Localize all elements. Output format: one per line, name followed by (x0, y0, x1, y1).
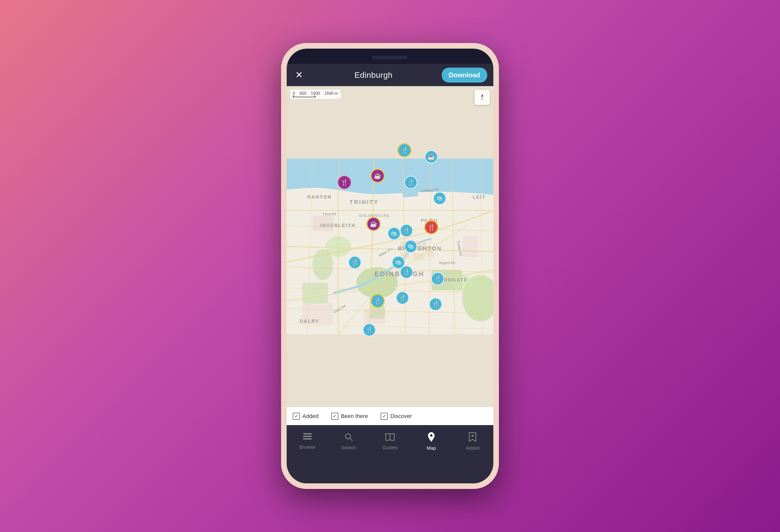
svg-text:Regent Rd: Regent Rd (439, 261, 455, 265)
svg-rect-6 (302, 283, 328, 303)
nav-guides-label: Guides (382, 445, 398, 450)
nav-added-label: Added (466, 445, 480, 451)
map-marker[interactable]: 🍴 (424, 220, 438, 234)
map-marker[interactable]: 🍴 (363, 323, 376, 336)
filter-discover[interactable]: ✓ Discover (381, 413, 412, 420)
filter-been-there[interactable]: ✓ Been there (331, 413, 368, 420)
map-marker[interactable]: ☕ (371, 169, 385, 183)
map-view[interactable]: TRINITY RANTON LEIT INVERLEITH GOLDENACR… (287, 86, 493, 407)
map-marker[interactable]: 🍴 (371, 294, 385, 308)
svg-rect-15 (462, 236, 478, 257)
search-icon (344, 433, 353, 443)
svg-text:EDINBURGH: EDINBURGH (375, 270, 425, 278)
app-screen: ✕ Edinburgh Download (287, 64, 493, 458)
svg-point-42 (430, 434, 433, 437)
svg-rect-37 (303, 436, 312, 437)
map-marker[interactable]: 🍴 (404, 176, 417, 189)
compass-button[interactable] (475, 90, 490, 105)
map-marker[interactable]: 🍴 (400, 265, 413, 279)
filter-added[interactable]: ✓ Added (293, 413, 319, 420)
filter-bar: ✓ Added ✓ Been there ✓ Discover (287, 407, 493, 425)
svg-marker-34 (481, 94, 483, 97)
nav-search-label: Search (341, 445, 356, 450)
phone-screen: ✕ Edinburgh Download (287, 49, 493, 483)
svg-text:LEIT: LEIT (473, 194, 486, 200)
filter-added-check[interactable]: ✓ (293, 413, 300, 420)
map-marker[interactable]: 🍴 (337, 175, 351, 190)
map-marker[interactable]: 🛍 (387, 227, 401, 240)
map-scale: 0 500 1000 1500 m (290, 90, 341, 99)
filter-been-there-label: Been there (341, 413, 368, 420)
nav-map[interactable]: Map (411, 432, 452, 451)
nav-added[interactable]: Added (452, 432, 493, 451)
guides-icon (385, 433, 395, 443)
map-background: TRINITY RANTON LEIT INVERLEITH GOLDENACR… (287, 86, 493, 407)
svg-text:INVERLEITH: INVERLEITH (320, 223, 356, 228)
map-marker[interactable]: 🍴 (396, 291, 409, 304)
map-marker[interactable]: ☕ (367, 217, 381, 231)
svg-text:TRINITY: TRINITY (349, 199, 379, 205)
nav-browse[interactable]: Browse (287, 433, 328, 450)
map-marker[interactable]: ☕ (425, 150, 438, 163)
nav-guides[interactable]: Guides (369, 433, 410, 450)
map-marker[interactable]: 🍴 (397, 143, 411, 157)
nav-browse-label: Browse (299, 444, 315, 450)
browse-icon (303, 433, 312, 442)
svg-line-40 (350, 438, 352, 441)
phone-device: ✕ Edinburgh Download (281, 43, 499, 489)
map-marker[interactable]: 🍴 (431, 272, 444, 285)
app-header: ✕ Edinburgh Download (287, 64, 493, 86)
map-marker[interactable]: 🍴 (429, 298, 442, 311)
filter-been-there-check[interactable]: ✓ (331, 413, 338, 420)
filter-added-label: Added (302, 413, 319, 420)
map-marker[interactable]: 🛍 (404, 240, 417, 253)
added-icon (468, 432, 477, 443)
svg-text:RANTON: RANTON (307, 194, 332, 200)
filter-discover-check[interactable]: ✓ (381, 413, 388, 420)
svg-rect-38 (303, 438, 312, 440)
svg-rect-17 (364, 308, 385, 324)
svg-text:Ferry Rd: Ferry Rd (323, 212, 336, 216)
svg-marker-35 (481, 97, 483, 101)
map-marker[interactable]: 🍴 (348, 256, 361, 269)
nav-search[interactable]: Search (328, 433, 369, 450)
page-title: Edinburgh (354, 70, 393, 80)
map-icon (428, 432, 435, 443)
nav-map-label: Map (427, 445, 436, 451)
svg-point-39 (345, 434, 350, 439)
filter-discover-label: Discover (390, 413, 412, 420)
svg-rect-36 (303, 433, 312, 434)
map-marker[interactable]: 🍴 (400, 224, 413, 237)
map-marker[interactable]: 🛍 (433, 192, 446, 205)
close-button[interactable]: ✕ (293, 69, 305, 81)
svg-rect-12 (413, 253, 425, 260)
home-button-area (287, 458, 493, 483)
bottom-nav: Browse Search (287, 425, 493, 458)
download-button[interactable]: Download (442, 68, 487, 83)
svg-text:DALRY: DALRY (300, 319, 319, 324)
